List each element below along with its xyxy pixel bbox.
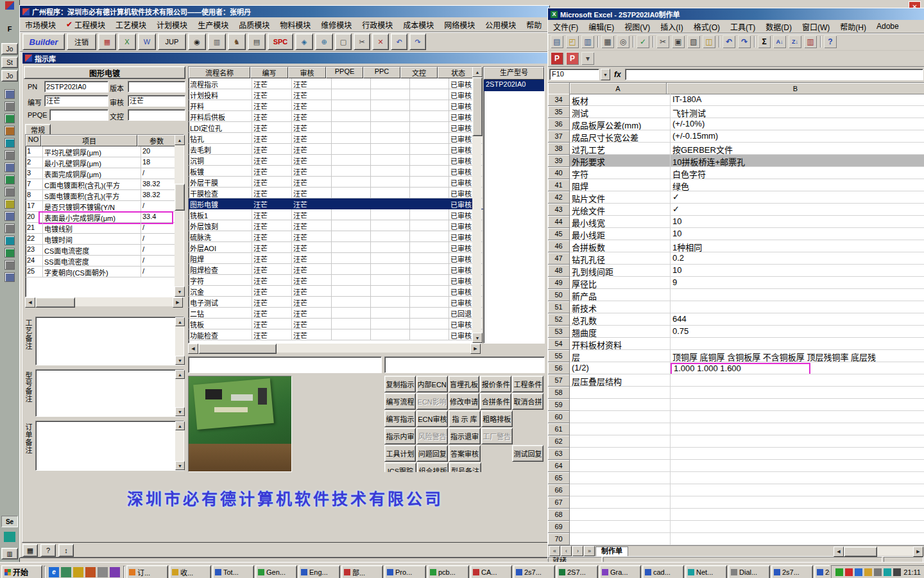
cell-b69[interactable] [671,521,924,533]
cell-a57[interactable]: 层压叠层结构 [570,374,671,387]
dock-mini-icon-9[interactable] [4,187,15,197]
globe-icon-button[interactable]: ⊕ [315,33,333,50]
excel-titlebar[interactable]: X Microsoft Excel - 2S7P202IA0制作单 [548,8,924,20]
help-icon[interactable]: ? [823,35,837,49]
tray-icon-1[interactable] [835,568,843,576]
cell-b49[interactable]: 9 [671,277,924,289]
dock-mini-icon-6[interactable] [4,150,15,160]
flow-vscroll-thumb[interactable] [472,77,483,136]
flow-row-开料[interactable]: 开料汪芒汪芒已审核 [189,100,481,111]
name-box-dropdown-icon[interactable]: ▼ [601,69,610,80]
action-button-盲埋孔板[interactable]: 盲埋孔板 [449,376,480,392]
row-header-69[interactable]: 69 [548,521,570,533]
cell-b56[interactable]: 1.000 1.000 1.600 [671,362,924,374]
cell-a59[interactable] [570,399,671,411]
cell-b63[interactable] [671,448,924,460]
pn-field[interactable]: 2STP202IA0 [44,81,108,92]
new-icon[interactable]: ▤ [550,35,564,49]
dock-mini-icon-7[interactable] [4,162,15,172]
param-row-2[interactable]: 2最小孔壁铜厚(μm)18 [26,157,184,168]
cell-a65[interactable] [570,472,671,484]
row-header-54[interactable]: 54 [548,338,570,350]
flow-vscrollbar[interactable]: ▲ ▼ [472,67,481,343]
library-titlebar[interactable]: 指示库 [22,53,548,64]
entry-field-left[interactable] [188,356,382,373]
excel-menu-item-8[interactable]: 窗口(W) [797,20,835,33]
sheet-hscroll-thumb[interactable] [844,547,877,557]
dock-button-jo[interactable]: Jo [1,70,18,82]
cell-a41[interactable]: 阻焊 [570,179,671,191]
writer-field[interactable]: 汪芒 [44,95,108,107]
cell-b35[interactable]: 飞针测试 [671,106,924,118]
media-player-icon[interactable] [85,567,96,577]
cell-b70[interactable] [671,533,924,545]
cell-a67[interactable] [570,496,671,509]
param-row-7[interactable]: 7C面电镀面积(含孔)(平方38.32 [26,179,184,190]
cards-icon-button[interactable]: ▥ [208,33,226,50]
cell-a68[interactable] [570,509,671,521]
tab-general[interactable]: 常规 [25,124,51,135]
cell-a36[interactable]: 成品板厚公差(mm) [570,118,671,130]
cell-a35[interactable]: 测试 [570,106,671,118]
row-header-41[interactable]: 41 [548,179,570,191]
param-row-21[interactable]: 21电镀线别/ [26,223,184,234]
cell-b67[interactable] [671,496,924,509]
row-header-57[interactable]: 57 [548,374,570,387]
param-vscroll-thumb[interactable] [175,184,185,211]
row-header-49[interactable]: 49 [548,277,570,289]
column-header-a[interactable]: A [570,83,667,94]
action-button-合拼条件[interactable]: 合拼条件 [480,393,511,410]
action-button-ICS跟踪[interactable]: ICS跟踪 [384,462,416,472]
cell-b60[interactable] [671,411,924,423]
action-button-工程条件[interactable]: 工程条件 [512,376,543,392]
note-scrollbar-3[interactable]: ▲▼ [175,421,184,470]
cell-a60[interactable] [570,411,671,423]
cell-a66[interactable] [570,484,671,496]
taskbar-task-10[interactable]: 2s7... [513,565,555,578]
row-header-56[interactable]: 56 [548,362,570,374]
excel-menu-item-5[interactable]: 格式(O) [689,20,725,33]
cell-b53[interactable]: 0.75 [671,326,924,338]
spc-button[interactable]: SPC [268,33,293,50]
format-painter-icon[interactable]: ◫ [702,35,716,49]
flow-row-二钻[interactable]: 二钻汪芒汪芒已回退 [189,308,481,319]
app-icon[interactable] [5,1,14,10]
note-textarea-1[interactable] [35,317,184,365]
redo-icon-button[interactable]: ↷ [409,33,426,50]
taskbar-task-11[interactable]: 2S7... [556,565,598,578]
row-header-39[interactable]: 39 [548,155,570,167]
excel-menu-item-1[interactable]: 文件(F) [548,20,583,33]
excel-icon-button[interactable]: X [118,33,136,50]
taskbar-task-4[interactable]: Gen... [255,565,297,578]
cell-a70[interactable] [570,533,671,545]
doccontrol-field[interactable] [128,109,185,121]
cell-b62[interactable] [671,435,924,448]
row-header-34[interactable]: 34 [548,94,570,106]
cell-b45[interactable]: 10 [671,228,924,240]
cell-a51[interactable]: 新技术 [570,301,671,313]
flow-row-外层AOI[interactable]: 外层AOI汪芒汪芒已审核 [189,242,481,253]
flow-row-硫脉洗[interactable]: 硫脉洗汪芒汪芒已审核 [189,231,481,242]
cell-b36[interactable]: (+/-10%) [671,118,924,130]
sheet-nav-0[interactable]: « [549,546,560,556]
erp-menu-item-8[interactable]: 维修模块 [316,17,357,31]
sort-desc-icon[interactable]: Z↓ [788,35,802,49]
cell-b59[interactable] [671,399,924,411]
cell-b55[interactable]: 顶铜厚 底铜厚 含铜板厚 不含铜板厚 顶层残铜率 底层残 [671,350,924,362]
cut-icon-button[interactable]: ✂ [354,33,370,50]
cell-a55[interactable]: 层 [570,350,671,362]
erp-menu-item-13[interactable]: 帮助 [521,17,547,31]
cell-a45[interactable]: 最小线距 [570,228,671,240]
cell-b65[interactable] [671,472,924,484]
sheet-tab-active[interactable]: 制作单 [595,547,628,556]
cell-b43[interactable]: ✓ [671,204,924,216]
flow-row-沉铜[interactable]: 沉铜汪芒汪芒已审核 [189,155,481,166]
row-header-35[interactable]: 35 [548,106,570,118]
cell-b34[interactable]: IT-180A [671,94,924,106]
builder-button[interactable]: Builder [22,33,65,50]
cell-a37[interactable]: 成品尺寸长宽公差 [570,130,671,143]
row-header-40[interactable]: 40 [548,167,570,179]
flow-row-阻焊[interactable]: 阻焊汪芒汪芒已审核 [189,253,481,264]
erp-menu-item-2[interactable]: ✔工程模块 [61,17,110,31]
cell-a42[interactable]: 贴片文件 [570,191,671,204]
